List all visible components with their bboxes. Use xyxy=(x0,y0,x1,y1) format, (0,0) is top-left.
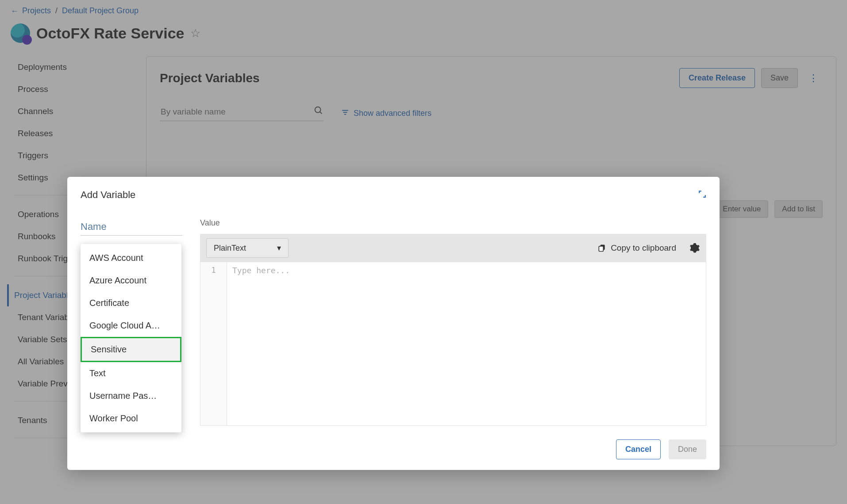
done-button[interactable]: Done xyxy=(669,439,706,459)
editor-gutter: 1 xyxy=(200,262,227,425)
dropdown-item[interactable]: Worker Pool xyxy=(81,407,181,430)
add-variable-modal: Add Variable AWS AccountAzure AccountCer… xyxy=(67,177,720,470)
dropdown-item[interactable]: Certificate xyxy=(81,292,181,314)
gear-icon[interactable] xyxy=(689,243,700,253)
modal-title: Add Variable xyxy=(81,189,135,201)
dropdown-item[interactable]: Sensitive xyxy=(81,337,181,362)
dropdown-item[interactable]: AWS Account xyxy=(81,247,181,269)
cancel-button[interactable]: Cancel xyxy=(616,439,661,459)
value-editor: 1 Type here... xyxy=(200,262,706,426)
dropdown-item[interactable]: Azure Account xyxy=(81,269,181,292)
expand-icon[interactable] xyxy=(698,190,706,200)
editor-textarea[interactable]: Type here... xyxy=(227,262,295,425)
value-label: Value xyxy=(200,218,706,228)
variable-name-input[interactable] xyxy=(81,218,182,236)
dropdown-item[interactable]: Username Pas… xyxy=(81,385,181,407)
copy-to-clipboard-button[interactable]: Copy to clipboard xyxy=(597,243,676,253)
type-dropdown: AWS AccountAzure AccountCertificateGoogl… xyxy=(81,244,181,432)
value-type-select[interactable]: PlainText ▾ xyxy=(206,238,289,258)
dropdown-item[interactable]: Text xyxy=(81,362,181,385)
chevron-down-icon: ▾ xyxy=(277,243,281,253)
svg-rect-6 xyxy=(599,246,603,252)
dropdown-item[interactable]: Google Cloud A… xyxy=(81,314,181,337)
